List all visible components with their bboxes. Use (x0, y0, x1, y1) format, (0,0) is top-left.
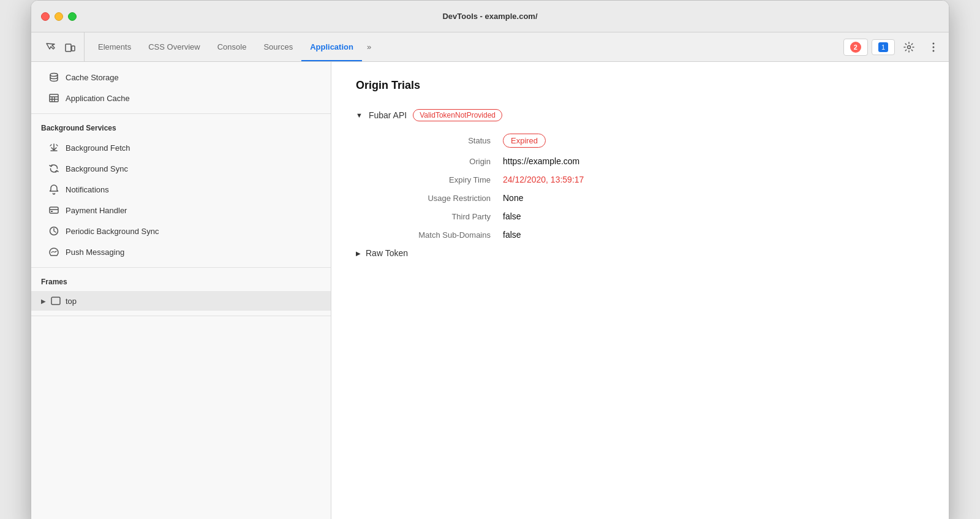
label-expiry: Expiry Time (380, 175, 503, 184)
background-sync-icon (48, 163, 59, 174)
value-match-sub-domains: false (503, 230, 521, 240)
raw-token-label: Raw Token (366, 248, 408, 258)
window-controls (41, 12, 77, 21)
close-button[interactable] (41, 12, 50, 21)
api-section: ▼ Fubar API ValidTokenNotProvided Status… (356, 109, 924, 258)
sidebar-item-payment-handler[interactable]: Payment Handler (31, 200, 331, 221)
tab-css-overview[interactable]: CSS Overview (140, 32, 209, 61)
inspect-icon[interactable] (41, 38, 59, 56)
notifications-icon (48, 184, 59, 195)
devtools-window: DevTools - example.com/ Elements CSS Ove… (31, 0, 949, 519)
frame-icon (51, 296, 61, 306)
error-count: 2 (850, 42, 861, 53)
frame-arrow-icon: ▶ (41, 298, 46, 305)
more-options-icon[interactable] (923, 37, 944, 58)
value-status: Expired (503, 134, 546, 148)
data-row-origin: Origin https://example.com (380, 156, 924, 166)
error-badge-button[interactable]: 2 (843, 39, 868, 56)
data-row-usage-restriction: Usage Restriction None (380, 193, 924, 203)
tab-application[interactable]: Application (301, 32, 362, 61)
api-chevron-icon[interactable]: ▼ (356, 112, 363, 119)
periodic-background-sync-icon (48, 225, 59, 237)
svg-rect-1 (72, 46, 75, 51)
svg-rect-0 (66, 44, 71, 51)
titlebar: DevTools - example.com/ (31, 1, 949, 32)
label-match-sub-domains: Match Sub-Domains (380, 230, 503, 240)
svg-point-5 (933, 50, 935, 51)
tab-sources[interactable]: Sources (255, 32, 301, 61)
frames-section: Frames ▶ top (31, 268, 331, 316)
sidebar: Cache Storage Application Cache (31, 62, 331, 519)
sidebar-item-periodic-background-sync[interactable]: Periodic Background Sync (31, 221, 331, 241)
label-usage-restriction: Usage Restriction (380, 194, 503, 203)
data-row-status: Status Expired (380, 134, 924, 148)
page-title: Origin Trials (356, 79, 924, 92)
label-origin: Origin (380, 157, 503, 166)
background-services-header: Background Services (31, 119, 331, 137)
toolbar-right: 2 1 (843, 32, 944, 61)
svg-point-6 (50, 74, 58, 77)
main-content: Cache Storage Application Cache (31, 62, 949, 519)
background-fetch-icon (48, 142, 59, 153)
frames-header: Frames (31, 273, 331, 291)
settings-icon[interactable] (899, 37, 919, 58)
storage-section: Cache Storage Application Cache (31, 62, 331, 114)
data-row-match-sub-domains: Match Sub-Domains false (380, 230, 924, 240)
label-status: Status (380, 136, 503, 145)
info-count: 1 (878, 42, 888, 52)
sidebar-item-cache-storage[interactable]: Cache Storage (31, 67, 331, 88)
window-title: DevTools - example.com/ (442, 12, 537, 21)
svg-point-4 (933, 46, 935, 48)
svg-rect-7 (50, 94, 58, 102)
cache-storage-icon (48, 72, 59, 83)
sidebar-item-application-cache[interactable]: Application Cache (31, 88, 331, 108)
data-table: Status Expired Origin https://example.co… (380, 134, 924, 240)
svg-point-2 (908, 45, 911, 48)
toolbar: Elements CSS Overview Console Sources Ap… (31, 32, 949, 62)
svg-rect-12 (50, 207, 58, 213)
label-third-party: Third Party (380, 212, 503, 221)
toolbar-icons (36, 32, 85, 61)
content-pane: Origin Trials ▼ Fubar API ValidTokenNotP… (331, 62, 949, 519)
sidebar-item-notifications[interactable]: Notifications (31, 179, 331, 200)
background-services-section: Background Services Background Fetch (31, 114, 331, 268)
raw-token-arrow-icon[interactable]: ▶ (356, 250, 361, 257)
tab-console[interactable]: Console (209, 32, 255, 61)
minimize-button[interactable] (55, 12, 63, 21)
more-tabs-button[interactable]: » (362, 32, 376, 61)
sidebar-item-background-fetch[interactable]: Background Fetch (31, 137, 331, 158)
sidebar-item-background-sync[interactable]: Background Sync (31, 158, 331, 179)
push-messaging-icon (48, 246, 59, 257)
svg-rect-16 (51, 297, 60, 305)
value-usage-restriction: None (503, 193, 523, 203)
application-cache-icon (48, 93, 59, 104)
value-third-party: false (503, 211, 521, 221)
sidebar-item-top-frame[interactable]: ▶ top (31, 291, 331, 311)
value-expiry: 24/12/2020, 13:59:17 (503, 175, 584, 184)
svg-point-3 (933, 42, 935, 44)
api-status-tag: ValidTokenNotProvided (413, 109, 502, 121)
api-header: ▼ Fubar API ValidTokenNotProvided (356, 109, 924, 121)
value-origin: https://example.com (503, 156, 579, 166)
maximize-button[interactable] (68, 12, 77, 21)
raw-token-row: ▶ Raw Token (356, 248, 924, 258)
api-name: Fubar API (369, 110, 407, 120)
data-row-third-party: Third Party false (380, 211, 924, 221)
info-badge-button[interactable]: 1 (872, 39, 895, 55)
tab-elements[interactable]: Elements (89, 32, 140, 61)
data-row-expiry: Expiry Time 24/12/2020, 13:59:17 (380, 175, 924, 184)
device-toolbar-icon[interactable] (61, 38, 79, 56)
sidebar-item-push-messaging[interactable]: Push Messaging (31, 241, 331, 262)
svg-rect-14 (51, 211, 53, 212)
payment-handler-icon (48, 205, 59, 216)
